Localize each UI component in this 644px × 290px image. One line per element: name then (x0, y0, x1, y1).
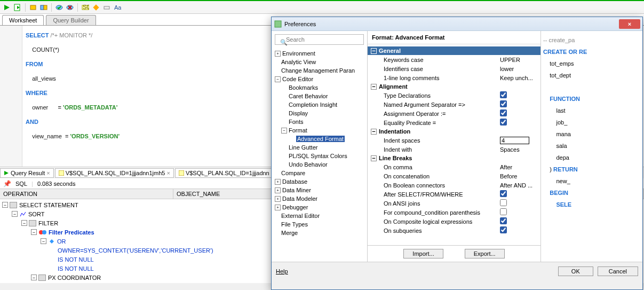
svg-text:Aa: Aa (114, 4, 121, 11)
tree-collapse-icon[interactable]: − (12, 211, 18, 217)
status-time: 0.083 seconds (37, 181, 76, 187)
category-pane: 🔍 +Environment Analytic View Change Mana… (272, 31, 368, 262)
tab-query-result[interactable]: Query Result× (0, 168, 54, 178)
pencil-icon[interactable] (91, 3, 101, 12)
svg-rect-15 (179, 170, 184, 176)
close-icon[interactable]: × (166, 170, 170, 176)
tab-worksheet[interactable]: Worksheet (2, 15, 44, 25)
tree-collapse-icon[interactable]: − (2, 202, 8, 208)
indent-spaces-input[interactable] (500, 137, 529, 144)
chk-ansi[interactable] (500, 199, 507, 206)
chk-composite[interactable] (500, 217, 507, 224)
svg-rect-4 (41, 5, 44, 10)
format-preview: -- create_pa CREATE OR RE tot_emps tot_d… (541, 31, 642, 262)
group-general[interactable]: −General (368, 46, 540, 55)
col-operation[interactable]: OPERATION (0, 189, 173, 199)
group-alignment[interactable]: −Alignment (368, 82, 540, 91)
run-icon[interactable] (2, 3, 12, 12)
run-script-icon[interactable] (13, 3, 22, 12)
search-box: 🔍 (275, 34, 364, 45)
autotrace-icon[interactable] (39, 3, 49, 12)
import-button[interactable]: Import... (403, 249, 443, 258)
expand-icon[interactable]: + (275, 187, 281, 193)
chk-after-sfw[interactable] (500, 190, 507, 197)
chk-typedecl[interactable] (500, 91, 507, 98)
pref-icon (274, 20, 282, 28)
svg-rect-3 (30, 5, 36, 10)
pin-icon[interactable]: 📌 (3, 180, 11, 187)
font-icon[interactable]: Aa (113, 3, 122, 12)
ok-button[interactable]: OK (558, 267, 593, 276)
export-button[interactable]: Export... (465, 249, 505, 258)
expand-icon[interactable]: + (275, 179, 281, 185)
tree-collapse-icon[interactable]: − (41, 238, 46, 244)
svg-point-17 (42, 230, 46, 234)
eraser-icon[interactable] (102, 3, 112, 12)
svg-marker-13 (4, 171, 9, 175)
svg-text:SQL: SQL (83, 4, 89, 10)
options-heading: Format: Advanced Format (368, 31, 540, 44)
svg-rect-11 (104, 6, 109, 9)
chk-assign[interactable] (500, 109, 507, 116)
close-button[interactable]: × (619, 19, 640, 29)
help-link[interactable]: Help (276, 268, 288, 275)
search-icon: 🔍 (280, 39, 288, 46)
chk-equality[interactable] (500, 119, 507, 126)
chk-namedarg[interactable] (500, 100, 507, 107)
svg-marker-0 (4, 5, 10, 10)
expand-icon[interactable]: + (275, 51, 281, 57)
expand-icon[interactable]: + (275, 205, 281, 210)
status-sql: SQL (15, 181, 27, 187)
expand-icon[interactable]: + (275, 196, 281, 202)
close-icon[interactable]: × (46, 170, 50, 176)
tab-querybuilder[interactable]: Query Builder (46, 15, 96, 25)
svg-rect-18 (275, 21, 281, 27)
rollback-icon[interactable] (65, 3, 75, 12)
search-input[interactable] (275, 34, 364, 45)
tree-collapse-icon[interactable]: − (21, 220, 27, 226)
options-pane: Format: Advanced Format −General Keyword… (368, 31, 541, 262)
collapse-icon[interactable]: − (275, 76, 281, 82)
explain-icon[interactable] (28, 3, 38, 12)
collapse-icon[interactable]: − (281, 128, 287, 134)
commit-icon[interactable] (54, 3, 64, 12)
dialog-titlebar: Preferences × (272, 17, 642, 31)
dialog-title: Preferences (282, 21, 619, 27)
main-toolbar: SQL Aa (0, 1, 644, 14)
sql-icon[interactable]: SQL (81, 3, 90, 12)
svg-rect-10 (93, 4, 99, 10)
cancel-button[interactable]: Cancel (598, 267, 638, 276)
category-tree[interactable]: +Environment Analytic View Change Manage… (272, 48, 367, 262)
tab-plan-1[interactable]: V$SQL_PLAN.SQL_ID=1jjjadnn1jmh5× (55, 168, 174, 178)
tree-collapse-icon[interactable]: − (31, 229, 37, 235)
group-indent[interactable]: −Indentation (368, 127, 540, 136)
tree-advanced-format[interactable]: Advanced Format (274, 135, 366, 143)
svg-rect-14 (59, 170, 64, 176)
chk-paren[interactable] (500, 208, 507, 215)
tree-collapse-icon[interactable]: − (31, 275, 37, 280)
tab-plan-2[interactable]: V$SQL_PLAN.SQL_ID=1jjjadnn (175, 168, 273, 178)
chk-subquery[interactable] (500, 226, 507, 233)
preferences-dialog: Preferences × 🔍 +Environment Analytic Vi… (271, 17, 643, 290)
svg-rect-5 (44, 5, 47, 10)
group-linebreaks[interactable]: −Line Breaks (368, 154, 540, 162)
